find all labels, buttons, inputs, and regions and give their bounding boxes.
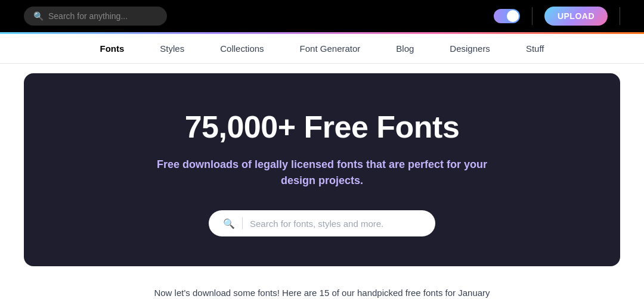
nav-item-font-generator[interactable]: Font Generator xyxy=(300,41,361,56)
hero-section: 75,000+ Free Fonts Free downloads of leg… xyxy=(24,73,620,266)
hero-subtitle: Free downloads of legally licensed fonts… xyxy=(149,157,495,189)
hero-search-divider xyxy=(242,217,243,229)
header-search-placeholder: Search for anything... xyxy=(48,11,128,21)
theme-toggle[interactable] xyxy=(494,9,520,23)
header-divider-2 xyxy=(620,7,620,25)
header-right: UPLOAD xyxy=(494,7,620,26)
hero-search-bar[interactable]: 🔍 Search for fonts, styles and more. xyxy=(209,210,435,236)
hero-search-icon: 🔍 xyxy=(223,218,235,229)
bottom-text-content: Now let's download some fonts! Here are … xyxy=(154,288,490,298)
main-nav: Fonts Styles Collections Font Generator … xyxy=(0,34,644,64)
header-search-bar[interactable]: 🔍 Search for anything... xyxy=(24,7,167,26)
nav-item-stuff[interactable]: Stuff xyxy=(526,41,544,56)
header-divider xyxy=(532,7,532,25)
nav-item-collections[interactable]: Collections xyxy=(220,41,264,56)
bottom-text: Now let's download some fonts! Here are … xyxy=(0,276,644,299)
nav-item-styles[interactable]: Styles xyxy=(160,41,184,56)
nav-item-designers[interactable]: Designers xyxy=(450,41,490,56)
toggle-knob xyxy=(507,10,519,22)
hero-search-placeholder: Search for fonts, styles and more. xyxy=(250,219,383,229)
nav-item-fonts[interactable]: Fonts xyxy=(100,41,125,56)
upload-button[interactable]: UPLOAD xyxy=(544,7,608,26)
header: 🔍 Search for anything... UPLOAD xyxy=(0,0,644,32)
header-left: 🔍 Search for anything... xyxy=(24,7,167,26)
hero-title: 75,000+ Free Fonts xyxy=(185,109,460,145)
nav-item-blog[interactable]: Blog xyxy=(396,41,414,56)
search-icon: 🔍 xyxy=(33,11,44,21)
toggle-switch[interactable] xyxy=(494,9,520,23)
